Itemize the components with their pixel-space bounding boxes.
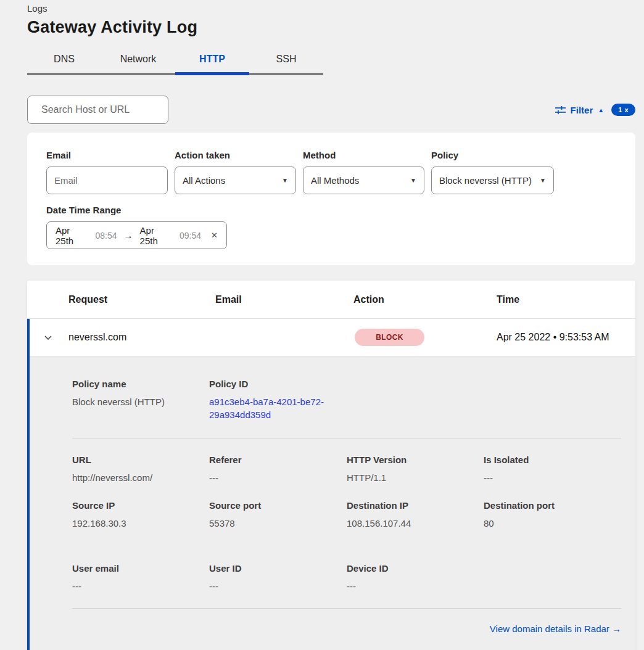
detail-user-email: User email --- — [72, 563, 209, 593]
url-value: http://neverssl.com/ — [72, 471, 209, 484]
details-policy-section: Policy name Block neverssl (HTTP) Policy… — [72, 379, 621, 421]
radar-details-link[interactable]: View domain details in Radar → — [490, 623, 621, 634]
log-type-tabs: DNS Network HTTP SSH — [27, 50, 323, 75]
detail-url: URL http://neverssl.com/ — [72, 455, 209, 484]
arrow-right-icon: → — [123, 230, 134, 241]
search-input[interactable] — [41, 104, 169, 115]
filter-field-policy: Policy Block neverssl (HTTP) ▼ — [431, 150, 554, 194]
column-header-request: Request — [68, 294, 215, 305]
filter-field-email: Email — [46, 150, 168, 194]
email-filter-label: Email — [46, 150, 168, 160]
table-header: Request Email Action Time — [27, 281, 635, 319]
row-request: neverssl.com — [68, 332, 215, 343]
tab-dns[interactable]: DNS — [27, 50, 101, 75]
filter-field-method: Method All Methods ▼ — [303, 150, 424, 194]
is-isolated-label: Is Isolated — [484, 455, 621, 465]
detail-policy-name: Policy name Block neverssl (HTTP) — [72, 379, 209, 421]
filter-field-action: Action taken All Actions ▼ — [175, 150, 296, 194]
policy-filter-label: Policy — [431, 150, 554, 160]
chevron-down-icon — [44, 335, 52, 340]
http-version-label: HTTP Version — [347, 455, 484, 465]
is-isolated-value: --- — [484, 471, 621, 484]
expanded-row-group: neverssl.com BLOCK Apr 25 2022 • 9:53:53… — [27, 319, 635, 650]
source-ip-label: Source IP — [72, 500, 209, 511]
detail-device-id: Device ID --- — [347, 563, 484, 593]
policy-name-label: Policy name — [72, 379, 209, 389]
details-divider — [72, 608, 621, 609]
method-filter-label: Method — [303, 150, 424, 160]
destination-port-value: 80 — [484, 517, 621, 530]
detail-source-port: Source port 55378 — [209, 500, 347, 530]
detail-is-isolated: Is Isolated --- — [484, 455, 621, 484]
policy-id-label: Policy ID — [209, 379, 621, 389]
detail-referer: Referer --- — [209, 455, 347, 484]
tab-network[interactable]: Network — [101, 50, 175, 75]
detail-policy-id: Policy ID a91c3eb4-ba7a-4201-be72-29a934… — [209, 379, 621, 421]
radar-link-row: View domain details in Radar → — [72, 623, 621, 635]
chevron-down-icon: ▼ — [540, 177, 546, 184]
details-divider — [72, 438, 621, 438]
http-version-value: HTTP/1.1 — [347, 471, 484, 484]
radar-link-text: View domain details in Radar — [490, 623, 609, 634]
filter-controls: Filter ▲ 1 x — [555, 104, 635, 116]
clear-date-range-icon[interactable]: ✕ — [211, 231, 218, 240]
breadcrumb[interactable]: Logs — [27, 0, 644, 14]
tab-ssh[interactable]: SSH — [249, 50, 323, 75]
arrow-right-icon: → — [612, 623, 621, 634]
detail-destination-ip: Destination IP 108.156.107.44 — [347, 500, 484, 530]
toolbar: Filter ▲ 1 x — [27, 96, 635, 124]
email-filter-input[interactable] — [54, 175, 160, 186]
source-port-label: Source port — [209, 500, 347, 511]
user-id-label: User ID — [209, 563, 347, 574]
chevron-down-icon: ▼ — [282, 177, 288, 184]
destination-port-label: Destination port — [484, 500, 621, 511]
filter-sliders-icon[interactable] — [555, 105, 566, 115]
policy-id-link[interactable]: a91c3eb4-ba7a-4201-be72-29a934dd359d — [209, 395, 332, 421]
detail-destination-port: Destination port 80 — [484, 500, 621, 530]
collapse-row-button[interactable] — [27, 335, 68, 340]
end-date: Apr 25th — [140, 225, 175, 246]
column-header-action: Action — [353, 294, 497, 305]
policy-name-value: Block neverssl (HTTP) — [72, 395, 209, 408]
user-id-value: --- — [209, 580, 347, 593]
row-details-panel: Policy name Block neverssl (HTTP) Policy… — [27, 356, 635, 650]
method-select-value: All Methods — [311, 175, 359, 186]
details-user-section: User email --- User ID --- Device ID --- — [72, 563, 621, 593]
device-id-value: --- — [347, 580, 484, 593]
destination-ip-value: 108.156.107.44 — [347, 517, 484, 530]
action-select[interactable]: All Actions ▼ — [175, 167, 296, 194]
detail-source-ip: Source IP 192.168.30.3 — [72, 500, 209, 530]
details-network-section: Source IP 192.168.30.3 Source port 55378… — [72, 500, 621, 530]
column-header-time: Time — [497, 294, 635, 305]
filter-count-badge[interactable]: 1 x — [611, 104, 635, 116]
active-tab-indicator — [175, 72, 249, 75]
referer-value: --- — [209, 471, 347, 484]
date-range-picker[interactable]: Apr 25th 08:54 → Apr 25th 09:54 ✕ — [46, 221, 227, 249]
block-status-badge: BLOCK — [355, 329, 424, 346]
method-select[interactable]: All Methods ▼ — [303, 167, 424, 194]
table-row[interactable]: neverssl.com BLOCK Apr 25 2022 • 9:53:53… — [27, 319, 635, 356]
referer-label: Referer — [209, 455, 347, 465]
details-request-section: URL http://neverssl.com/ Referer --- HTT… — [72, 455, 621, 484]
destination-ip-label: Destination IP — [347, 500, 484, 511]
filter-toggle[interactable]: Filter — [571, 105, 593, 115]
detail-user-id: User ID --- — [209, 563, 347, 593]
column-header-email: Email — [215, 294, 353, 305]
policy-select-value: Block neverssl (HTTP) — [439, 175, 532, 186]
row-action: BLOCK — [353, 329, 497, 346]
row-time: Apr 25 2022 • 9:53:53 AM — [497, 332, 635, 343]
user-email-value: --- — [72, 580, 209, 593]
start-time: 08:54 — [96, 231, 117, 241]
policy-select[interactable]: Block neverssl (HTTP) ▼ — [431, 167, 554, 194]
start-date: Apr 25th — [56, 225, 90, 246]
search-box[interactable] — [27, 96, 168, 124]
user-email-label: User email — [72, 563, 209, 574]
tab-http[interactable]: HTTP — [175, 50, 249, 75]
chevron-down-icon: ▼ — [410, 177, 416, 184]
url-label: URL — [72, 455, 209, 465]
action-filter-label: Action taken — [175, 150, 296, 160]
date-range-label: Date Time Range — [46, 205, 635, 215]
detail-http-version: HTTP Version HTTP/1.1 — [347, 455, 484, 484]
caret-up-icon[interactable]: ▲ — [598, 107, 604, 113]
device-id-label: Device ID — [347, 563, 484, 574]
